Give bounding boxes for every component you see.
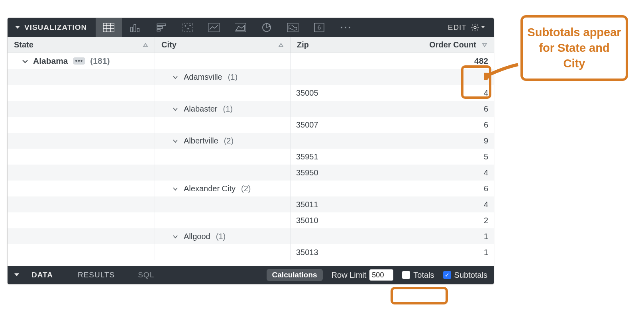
- zip-row[interactable]: 35005 4: [8, 85, 494, 101]
- city-count: (1): [216, 232, 226, 241]
- header-zip-label: Zip: [297, 40, 309, 49]
- header-state[interactable]: State: [8, 37, 155, 53]
- callout-arrow-icon: [484, 60, 520, 80]
- callout-text: Subtotals appear for State and City: [527, 26, 621, 70]
- city-name: Allgood: [184, 232, 210, 241]
- settings-gear-icon[interactable]: [471, 23, 485, 32]
- subtotals-label: Subtotals: [454, 271, 487, 280]
- zip-row[interactable]: 35007 6: [8, 117, 494, 133]
- order-count-value: 2: [484, 216, 488, 225]
- city-row[interactable]: Adamsville (1) 4: [8, 69, 494, 85]
- results-tab[interactable]: RESULTS: [78, 271, 115, 279]
- svg-rect-11: [183, 23, 193, 32]
- city-count: (1): [228, 73, 238, 82]
- totals-checkbox-group[interactable]: Totals: [402, 271, 434, 280]
- svg-point-23: [349, 27, 350, 28]
- header-order-count[interactable]: Order Count: [398, 37, 494, 53]
- viz-more-icon[interactable]: [332, 18, 359, 37]
- svg-text:6: 6: [318, 24, 321, 31]
- svg-point-12: [185, 25, 186, 26]
- row-limit-input[interactable]: [369, 269, 393, 281]
- svg-rect-7: [137, 28, 139, 32]
- city-count: (1): [223, 104, 233, 114]
- totals-checkbox[interactable]: [402, 271, 410, 279]
- data-collapse-icon[interactable]: [14, 273, 20, 277]
- viz-pie-icon[interactable]: [253, 18, 280, 37]
- order-count-value: 1: [484, 248, 488, 257]
- zip-row[interactable]: 35951 5: [8, 149, 494, 165]
- viz-area-icon[interactable]: [227, 18, 253, 37]
- chevron-down-icon[interactable]: [173, 184, 178, 193]
- zip-row[interactable]: 35010 2: [8, 212, 494, 228]
- table-header: State City Zip Order Count: [8, 37, 494, 53]
- chevron-down-icon[interactable]: [173, 232, 178, 241]
- sql-tab[interactable]: SQL: [138, 271, 154, 279]
- order-count-value: 6: [484, 104, 488, 114]
- highlight-subtotal-checkbox: [391, 287, 448, 304]
- order-count-value: 6: [484, 120, 488, 130]
- chevron-down-icon[interactable]: [22, 56, 28, 66]
- svg-point-24: [474, 26, 476, 29]
- viz-single-value-icon[interactable]: 6: [306, 18, 332, 37]
- subtotals-checkbox[interactable]: ✓: [443, 271, 451, 279]
- viz-bar-icon[interactable]: [148, 18, 175, 37]
- calculations-button[interactable]: Calculations: [267, 269, 323, 281]
- header-order-count-label: Order Count: [429, 40, 476, 49]
- svg-rect-5: [131, 27, 133, 32]
- zip-value: 35013: [296, 248, 318, 257]
- viz-map-icon[interactable]: [280, 18, 306, 37]
- chevron-down-icon[interactable]: [173, 104, 178, 114]
- header-city-label: City: [161, 40, 177, 49]
- zip-value: 35005: [296, 88, 318, 98]
- order-count-value: 4: [484, 200, 488, 209]
- subtotals-checkbox-group[interactable]: ✓ Subtotals: [443, 271, 487, 280]
- viz-column-icon[interactable]: [122, 18, 148, 37]
- city-row[interactable]: Allgood (1) 1: [8, 228, 494, 244]
- edit-button[interactable]: EDIT: [448, 23, 467, 32]
- order-count-value: 5: [484, 152, 488, 161]
- city-row[interactable]: Alabaster (1) 6: [8, 101, 494, 117]
- city-count: (2): [224, 136, 234, 145]
- more-icon[interactable]: •••: [73, 57, 86, 65]
- viz-scatter-icon[interactable]: [175, 18, 201, 37]
- viz-line-icon[interactable]: [201, 18, 227, 37]
- svg-point-13: [188, 28, 189, 29]
- sort-desc-icon: [482, 40, 487, 49]
- order-count-value: 1: [484, 232, 488, 241]
- visualization-toolbar: VISUALIZATION: [8, 18, 494, 37]
- header-state-label: State: [14, 40, 33, 49]
- zip-value: 35950: [296, 168, 318, 177]
- zip-row[interactable]: 35013 1: [8, 244, 494, 260]
- visualization-collapse-icon[interactable]: [15, 26, 20, 29]
- state-row[interactable]: Alabama ••• (181) 482: [8, 53, 494, 69]
- row-limit-label: Row Limit: [332, 271, 367, 280]
- sort-asc-icon: [143, 40, 148, 49]
- zip-value: 35951: [296, 152, 318, 161]
- data-toolbar: DATA RESULTS SQL Calculations Row Limit …: [8, 266, 494, 284]
- svg-rect-6: [134, 25, 136, 32]
- header-zip[interactable]: Zip: [291, 37, 398, 53]
- zip-row[interactable]: 35950 4: [8, 165, 494, 181]
- chevron-down-icon[interactable]: [173, 73, 178, 82]
- state-count: (181): [90, 56, 110, 66]
- table-body: Alabama ••• (181) 482 Adamsville (1) 4 3…: [8, 53, 494, 266]
- viz-table-icon[interactable]: [96, 18, 122, 37]
- svg-point-22: [345, 27, 346, 28]
- order-count-value: 4: [484, 88, 488, 98]
- order-count-value: 9: [484, 136, 488, 145]
- state-name: Alabama: [33, 56, 68, 66]
- zip-value: 35010: [296, 216, 318, 225]
- city-name: Adamsville: [184, 73, 222, 82]
- svg-rect-10: [157, 29, 160, 31]
- city-row[interactable]: Alexander City (2) 6: [8, 181, 494, 196]
- city-row[interactable]: Albertville (2) 9: [8, 133, 494, 149]
- svg-point-21: [341, 27, 342, 28]
- chevron-down-icon[interactable]: [173, 136, 178, 145]
- city-count: (2): [241, 184, 251, 193]
- svg-rect-8: [157, 24, 166, 26]
- svg-point-14: [190, 25, 191, 26]
- header-city[interactable]: City: [155, 37, 291, 53]
- zip-row[interactable]: 35011 4: [8, 196, 494, 212]
- city-name: Alexander City: [184, 184, 236, 193]
- zip-value: 35011: [296, 200, 318, 209]
